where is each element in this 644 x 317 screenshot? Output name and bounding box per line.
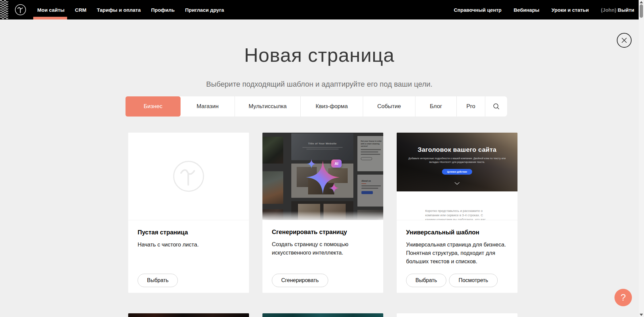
- nav-item-label: CRM: [75, 7, 86, 13]
- generate-button[interactable]: Сгенерировать: [272, 274, 328, 287]
- tab-label: Событие: [377, 103, 401, 110]
- card-description: Начать с чистого листа.: [138, 240, 240, 249]
- top-navbar: Мои сайты CRM Тарифы и оплата Профиль Пр…: [0, 0, 639, 19]
- choose-universal-button[interactable]: Выбрать: [406, 274, 446, 287]
- template-hero: Заголовок вашего сайта Добавьте интересн…: [397, 133, 517, 191]
- ai-collage-preview: Title of Your Website: [262, 133, 383, 220]
- template-thumbnail: [128, 313, 249, 317]
- close-icon: [621, 37, 628, 44]
- tab-label: Магазин: [197, 103, 219, 110]
- template-body-text: Коротко представьтесь и расскажите о ком…: [425, 209, 491, 220]
- tab-label: Pro: [466, 103, 475, 110]
- tab-blog[interactable]: Блог: [415, 96, 456, 117]
- navbar-secondary-menu: Справочный центр Вебинары Уроки и статьи…: [454, 7, 634, 13]
- page-subtitle: Выберите подходящий шаблон и адаптируйте…: [0, 80, 639, 89]
- user-name: (John): [601, 7, 616, 13]
- tab-quiz-form[interactable]: Квиз-форма: [300, 96, 363, 117]
- new-page-screen: Мои сайты CRM Тарифы и оплата Профиль Пр…: [0, 0, 639, 317]
- template-thumbnail: [397, 313, 517, 317]
- card-title: Сгенерировать страницу: [272, 229, 374, 236]
- nav-item-my-sites[interactable]: Мои сайты: [37, 0, 64, 19]
- navbar-menu: Мои сайты CRM Тарифы и оплата Профиль Пр…: [37, 0, 224, 19]
- card-description: Универсальная страница для бизнеса. Поня…: [406, 240, 508, 265]
- nav-item-help-center[interactable]: Справочный центр: [454, 7, 501, 13]
- tab-store[interactable]: Магазин: [181, 96, 235, 117]
- tab-label: Блог: [430, 103, 442, 110]
- tab-multilink[interactable]: Мультиссылка: [235, 96, 300, 117]
- logout-link[interactable]: (John) Выйти: [601, 7, 634, 13]
- card-buttons: Выбрать Посмотреть: [406, 274, 498, 287]
- template-card-partial[interactable]: [397, 313, 517, 317]
- ai-sparkle-small-icon: [307, 159, 316, 169]
- scroll-up-arrow-icon[interactable]: [640, 1, 643, 3]
- tab-label: Бизнес: [144, 103, 162, 110]
- tab-pro[interactable]: Pro: [456, 96, 485, 117]
- template-card-partial[interactable]: [262, 313, 383, 317]
- nav-item-invite-friend[interactable]: Пригласи друга: [185, 0, 224, 19]
- card-buttons: Выбрать: [138, 274, 178, 287]
- template-hero-subtitle: Добавьте интересные подробности о вашей …: [407, 156, 507, 164]
- zigzag-pattern-icon: [0, 0, 8, 19]
- tab-event[interactable]: Событие: [363, 96, 415, 117]
- card-body: Пустая страница Начать с чистого листа. …: [128, 220, 249, 293]
- nav-item-webinars[interactable]: Вебинары: [514, 7, 540, 13]
- nav-item-crm[interactable]: CRM: [75, 0, 86, 19]
- nav-item-label: Тарифы и оплата: [97, 7, 141, 13]
- template-category-tabs: Бизнес Магазин Мультиссылка Квиз-форма С…: [126, 96, 507, 117]
- template-card-blank[interactable]: Пустая страница Начать с чистого листа. …: [128, 133, 249, 293]
- nav-item-label: Уроки и статьи: [551, 7, 589, 13]
- scroll-down-arrow-icon[interactable]: [640, 314, 643, 316]
- nav-item-label: Профиль: [151, 7, 175, 13]
- card-buttons: Сгенерировать: [272, 274, 328, 287]
- card-body: Сгенерировать страницу Создать страницу …: [262, 220, 383, 293]
- card-body: Универсальный шаблон Универсальная стран…: [397, 220, 517, 293]
- tilda-watermark-icon: [172, 160, 205, 192]
- ai-badge: AI: [331, 160, 342, 168]
- help-button[interactable]: ?: [614, 289, 632, 306]
- tab-search[interactable]: [485, 96, 507, 117]
- nav-item-label: Вебинары: [514, 7, 540, 13]
- scrollbar[interactable]: [639, 0, 644, 317]
- search-icon: [493, 103, 500, 110]
- template-cta-button: Целевое действие: [442, 169, 472, 175]
- tilda-logo-icon[interactable]: [15, 4, 26, 15]
- page-title: Новая страница: [0, 44, 639, 66]
- nav-item-tariffs[interactable]: Тарифы и оплата: [97, 0, 141, 19]
- preview-universal-button[interactable]: Посмотреть: [449, 274, 497, 287]
- ai-sparkle-small-icon: [329, 183, 339, 193]
- tab-business[interactable]: Бизнес: [126, 96, 181, 117]
- universal-template-preview: Заголовок вашего сайта Добавьте интересн…: [397, 133, 517, 220]
- card-title: Универсальный шаблон: [406, 229, 508, 236]
- template-cards-row: Пустая страница Начать с чистого листа. …: [128, 133, 517, 293]
- nav-item-lessons[interactable]: Уроки и статьи: [551, 7, 589, 13]
- template-card-ai-generate[interactable]: Title of Your Website: [262, 133, 383, 293]
- nav-item-label: Пригласи друга: [185, 7, 224, 13]
- choose-blank-button[interactable]: Выбрать: [138, 274, 178, 287]
- card-title: Пустая страница: [138, 229, 240, 236]
- blank-page-preview: [128, 133, 249, 220]
- nav-item-label: Мои сайты: [37, 7, 64, 13]
- active-nav-underline: [33, 17, 67, 19]
- nav-item-label: Справочный центр: [454, 7, 501, 13]
- tab-label: Квиз-форма: [316, 103, 348, 110]
- scrollbar-thumb[interactable]: [640, 4, 643, 18]
- template-card-universal[interactable]: Заголовок вашего сайта Добавьте интересн…: [397, 133, 517, 293]
- card-description: Создать страницу с помощью искусственног…: [272, 240, 374, 257]
- preview-fade: [262, 211, 383, 220]
- chevron-down-icon: [454, 182, 460, 185]
- template-hero-title: Заголовок вашего сайта: [397, 146, 517, 153]
- tab-label: Мультиссылка: [249, 103, 287, 110]
- nav-item-profile[interactable]: Профиль: [151, 0, 175, 19]
- template-card-partial[interactable]: [128, 313, 249, 317]
- template-cards-row-2: [128, 313, 517, 317]
- template-thumbnail: [262, 313, 383, 317]
- logout-label: Выйти: [618, 7, 634, 13]
